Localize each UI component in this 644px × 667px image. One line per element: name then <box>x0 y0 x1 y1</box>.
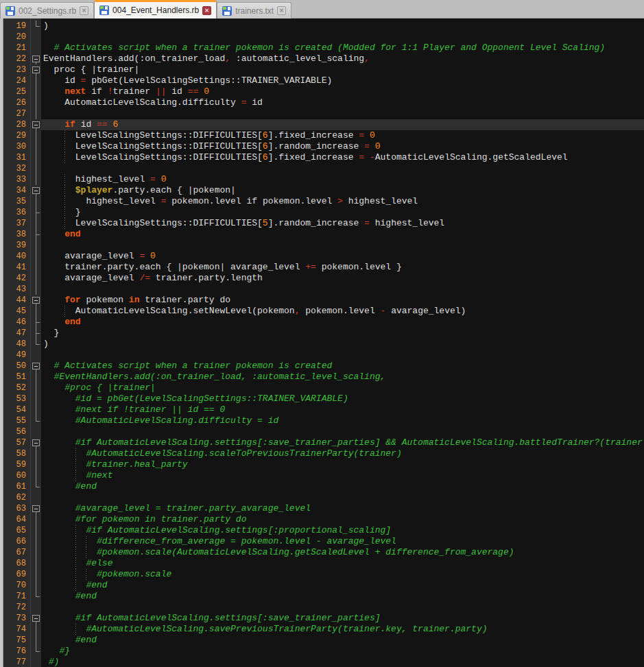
code-line[interactable]: avarage_level = 0 <box>41 251 644 262</box>
code-line[interactable]: end <box>41 229 644 240</box>
code-line[interactable]: #proc { |trainer| <box>41 383 644 393</box>
fold-toggle-icon[interactable] <box>31 503 41 514</box>
code-line[interactable]: next if !trainer || id == 0 <box>41 86 644 97</box>
code-line[interactable]: #end <box>41 481 644 492</box>
fold-marker <box>31 459 41 470</box>
fold-marker <box>31 108 41 119</box>
code-line[interactable]: for pokemon in trainer.party do <box>41 295 644 306</box>
code-line[interactable]: #pokemon.scale(AutomaticLevelScaling.get… <box>41 547 644 558</box>
code-line[interactable]: } <box>41 328 644 339</box>
code-line[interactable]: highest_level = 0 <box>41 174 644 185</box>
current-code-line[interactable]: if id == 6 <box>41 119 644 130</box>
code-line[interactable]: LevelScalingSettings::DIFFICULTIES[5].ra… <box>41 218 644 229</box>
code-line[interactable]: #for pokemon in trainer.party do <box>41 514 644 525</box>
code-line[interactable]: #difference_from_average = pokemon.level… <box>41 536 644 547</box>
fold-gutter[interactable] <box>30 19 41 667</box>
code-line[interactable] <box>41 492 644 503</box>
code-line[interactable] <box>41 426 644 437</box>
fold-toggle-icon[interactable] <box>31 119 41 130</box>
code-line[interactable]: #pokemon.scale <box>41 569 644 580</box>
code-token: ].fixed_increase <box>268 130 359 141</box>
fold-toggle-icon[interactable] <box>31 361 41 372</box>
code-line[interactable]: #if AutomaticLevelScaling.settings[:prop… <box>41 525 644 536</box>
code-token: = <box>150 174 156 184</box>
code-line[interactable]: #if AutomaticLevelScaling.settings[:save… <box>41 437 644 448</box>
fold-toggle-icon[interactable] <box>31 53 41 64</box>
code-line[interactable]: AutomaticLevelScaling.difficulty = id <box>41 97 644 108</box>
code-line[interactable] <box>41 163 644 174</box>
code-line[interactable]: highest_level = pokemon.level if pokemon… <box>41 196 644 207</box>
close-icon[interactable]: ✕ <box>277 6 286 15</box>
code-line[interactable]: AutomaticLevelScaling.setNewLevel(pokemo… <box>41 306 644 317</box>
code-line[interactable]: EventHandlers.add(:on_trainer_load, :aut… <box>41 53 644 64</box>
code-line[interactable]: } <box>41 207 644 218</box>
code-line[interactable]: #else <box>41 558 644 569</box>
code-token: trainer.party.each { |pokemon| avarage_l… <box>43 262 305 272</box>
code-line[interactable]: #end <box>41 591 644 602</box>
code-line[interactable]: #id = pbGet(LevelScalingSettings::TRAINE… <box>41 393 644 404</box>
line-number: 22 <box>3 53 26 64</box>
code-line[interactable]: #) <box>41 657 644 667</box>
code-line[interactable]: end <box>41 317 644 328</box>
code-token <box>43 229 64 239</box>
fold-toggle-icon[interactable] <box>31 185 41 196</box>
code-line[interactable]: #AutomaticLevelScaling.savePreviousTrain… <box>41 624 644 635</box>
code-line[interactable] <box>41 350 644 361</box>
code-line[interactable]: # Activates script when a trainer pokemo… <box>41 361 644 372</box>
indent-guide <box>75 569 76 580</box>
code-line[interactable]: #AutomaticLevelScaling.scaleToPreviousTr… <box>41 448 644 459</box>
fold-marker <box>31 251 41 262</box>
tab-trainers-txt[interactable]: trainers.txt ✕ <box>217 2 291 19</box>
code-token: #pokemon.scale(AutomaticLevelScaling.get… <box>97 547 514 557</box>
close-icon[interactable]: ✕ <box>80 6 88 15</box>
line-number: 37 <box>3 218 26 229</box>
code-line[interactable]: #if AutomaticLevelScaling.settings[:save… <box>41 613 644 624</box>
code-token <box>43 295 64 305</box>
fold-marker <box>31 229 41 240</box>
code-token <box>43 624 86 634</box>
code-line[interactable] <box>41 240 644 251</box>
code-line[interactable]: id = pbGet(LevelScalingSettings::TRAINER… <box>41 75 644 86</box>
code-line[interactable] <box>41 32 644 43</box>
code-token: trainer <box>112 86 155 97</box>
tab-002-settings[interactable]: 002_Settings.rb ✕ <box>0 2 94 19</box>
code-line[interactable]: LevelScalingSettings::DIFFICULTIES[6].fi… <box>41 130 644 141</box>
line-number: 44 <box>3 295 26 306</box>
fold-marker <box>31 514 41 525</box>
code-token: || <box>156 86 167 97</box>
code-line[interactable] <box>41 108 644 119</box>
code-line[interactable] <box>41 284 644 295</box>
line-number: 53 <box>3 393 26 404</box>
code-line[interactable]: ) <box>41 339 644 350</box>
code-line[interactable] <box>41 602 644 613</box>
code-line[interactable]: #next if !trainer || id == 0 <box>41 404 644 415</box>
code-token: highest_level <box>43 196 161 206</box>
line-number: 39 <box>3 240 26 251</box>
code-line[interactable]: avarage_level /= trainer.party.length <box>41 273 644 284</box>
fold-toggle-icon[interactable] <box>31 64 41 75</box>
code-line[interactable]: LevelScalingSettings::DIFFICULTIES[6].fi… <box>41 152 644 163</box>
code-line[interactable]: #} <box>41 646 644 657</box>
code-line[interactable]: #trainer.heal_party <box>41 459 644 470</box>
fold-toggle-icon[interactable] <box>31 613 41 624</box>
code-line[interactable]: # Activates script when a trainer pokemo… <box>41 43 644 53</box>
code-token: #AutomaticLevelScaling.difficulty = id <box>75 415 278 426</box>
code-line[interactable]: proc { |trainer| <box>41 64 644 75</box>
code-line[interactable]: LevelScalingSettings::DIFFICULTIES[6].ra… <box>41 141 644 152</box>
tab-004-event-handlers[interactable]: 004_Event_Handlers.rb ✕ <box>94 0 217 19</box>
fold-toggle-icon[interactable] <box>31 437 41 448</box>
code-line[interactable]: #end <box>41 635 644 646</box>
code-editor[interactable]: 1920212223242526272829303132333435363738… <box>0 19 644 667</box>
code-line[interactable]: #avarage_level = trainer.party_avarage_l… <box>41 503 644 514</box>
fold-toggle-icon[interactable] <box>31 295 41 306</box>
code-line[interactable]: #next <box>41 470 644 481</box>
code-line[interactable]: #end <box>41 580 644 591</box>
line-number: 62 <box>3 492 26 503</box>
code-line[interactable]: trainer.party.each { |pokemon| avarage_l… <box>41 262 644 273</box>
close-icon[interactable]: ✕ <box>202 6 211 15</box>
code-line[interactable]: $player.party.each { |pokemon| <box>41 185 644 196</box>
code-area[interactable]: ) # Activates script when a trainer poke… <box>41 19 644 667</box>
code-line[interactable]: #EventHandlers.add(:on_trainer_load, :au… <box>41 372 644 383</box>
code-line[interactable]: ) <box>41 21 644 32</box>
code-line[interactable]: #AutomaticLevelScaling.difficulty = id <box>41 415 644 426</box>
